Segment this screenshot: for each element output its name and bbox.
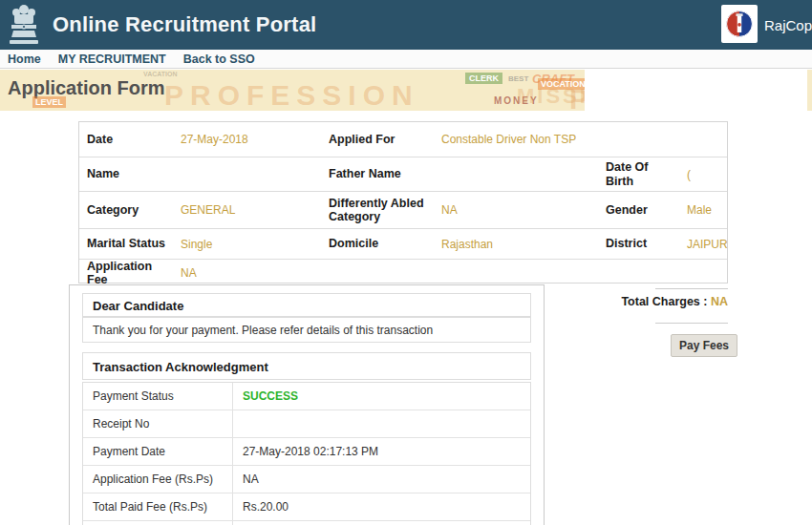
transaction-field-value: SUCCESS — [233, 383, 530, 410]
acknowledgment-box: Dear Candidate Thank you for your paymen… — [69, 284, 545, 525]
transaction-row: Receipt No — [83, 410, 530, 437]
field-label: Applied For — [321, 133, 434, 146]
field-label: Date Of Birth — [598, 160, 679, 188]
section-title: Application Form — [8, 77, 164, 99]
field-label: Father Name — [321, 167, 434, 180]
nav-item-back-to-sso[interactable]: Back to SSO — [179, 52, 267, 66]
nav-item-my-recruitment[interactable]: MY RECRUITMENT — [53, 52, 179, 66]
field-label: District — [598, 237, 679, 250]
total-charges: Total Charges : NA — [621, 295, 728, 308]
banner-watermark: LEVEL — [32, 96, 66, 108]
field-label: Date — [79, 133, 173, 146]
nav: HomeMY RECRUITMENTBack to SSO — [0, 50, 812, 69]
transaction-field-label: Application Fee (Rs.Ps) — [83, 466, 233, 493]
transaction-field-label: Payment Gateway Transaction — [83, 521, 233, 525]
transaction-field-value: NA — [233, 466, 530, 493]
transaction-field-value — [233, 521, 530, 525]
banner-watermark: BEST — [508, 74, 528, 83]
banner-watermark: CLERK — [465, 73, 502, 84]
field-value: ( — [679, 168, 727, 181]
field-value: 27-May-2018 — [173, 133, 321, 146]
brand-name: RajCop — [764, 0, 812, 50]
transaction-row: Total Paid Fee (Rs.Ps)Rs.20.00 — [83, 493, 530, 520]
page-title: Online Recruitment Portal — [53, 0, 316, 50]
banner-watermark: PROF — [569, 83, 585, 111]
field-value: Constable Driver Non TSP — [434, 133, 598, 146]
transaction-row: Payment StatusSUCCESS — [83, 383, 530, 410]
banner-watermark: VACATION — [143, 71, 178, 77]
transaction-row: Application Fee (Rs.Ps)NA — [83, 465, 530, 493]
transaction-row: Payment Date27-May-2018 02:17:13 PM — [83, 437, 530, 465]
transaction-table: Payment StatusSUCCESSReceipt NoPayment D… — [82, 382, 531, 525]
thanks-message: Thank you for your payment. Please refer… — [82, 317, 531, 343]
transaction-field-label: Receipt No — [83, 410, 233, 437]
field-value: Single — [173, 238, 321, 251]
rajcop-badge-icon — [721, 5, 758, 43]
field-value: GENERAL — [173, 203, 321, 217]
field-value: NA — [173, 266, 321, 280]
transaction-row: Payment Gateway Transaction — [83, 520, 530, 525]
field-label: Marital Status — [79, 237, 173, 250]
field-label: Differently Abled Category — [321, 197, 434, 224]
field-label: Domicile — [321, 237, 434, 250]
field-value: JAIPUR — [679, 238, 728, 251]
total-charges-label: Total Charges : — [621, 295, 707, 308]
total-charges-rule-top — [655, 288, 728, 289]
field-label: Category — [79, 203, 173, 217]
banner-edge-strip — [807, 70, 812, 111]
total-charges-rule-bottom — [655, 323, 728, 324]
applicant-row: NameFather NameDate Of Birth( — [79, 157, 727, 191]
nav-item-home[interactable]: Home — [3, 52, 53, 66]
applicant-table: Date27-May-2018Applied ForConstable Driv… — [78, 121, 728, 284]
field-label: Name — [79, 167, 173, 180]
field-value: Rajasthan — [434, 238, 598, 251]
transaction-section-title: Transaction Acknowledgment — [82, 352, 531, 380]
transaction-field-label: Payment Date — [83, 438, 233, 465]
field-value: NA — [434, 203, 598, 217]
transaction-field-label: Total Paid Fee (Rs.Ps) — [83, 494, 233, 520]
pay-fees-button[interactable]: Pay Fees — [671, 334, 737, 357]
banner-watermark: PROFESSION — [164, 79, 419, 111]
page: Online Recruitment Portal RajCop HomeMY … — [0, 0, 812, 525]
applicant-row: Application FeeNA — [79, 259, 727, 283]
applicant-row: Date27-May-2018Applied ForConstable Driv… — [79, 122, 727, 157]
applicant-row: CategoryGENERALDifferently Abled Categor… — [79, 191, 727, 228]
banner: Application Form PROFESSIONVACATIONLEVEL… — [0, 70, 585, 111]
field-value: Male — [679, 203, 727, 217]
emblem-of-india-icon — [7, 3, 41, 47]
transaction-field-label: Payment Status — [83, 383, 233, 410]
header: Online Recruitment Portal RajCop — [0, 0, 812, 50]
applicant-row: Marital StatusSingleDomicileRajasthanDis… — [79, 228, 727, 259]
field-label: Gender — [598, 203, 679, 217]
total-charges-value: NA — [711, 295, 728, 308]
transaction-field-value: Rs.20.00 — [233, 494, 530, 520]
field-label: Application Fee — [79, 260, 173, 287]
transaction-field-value — [233, 410, 530, 437]
transaction-field-value: 27-May-2018 02:17:13 PM — [233, 438, 530, 465]
greeting: Dear Candidate — [82, 293, 531, 317]
